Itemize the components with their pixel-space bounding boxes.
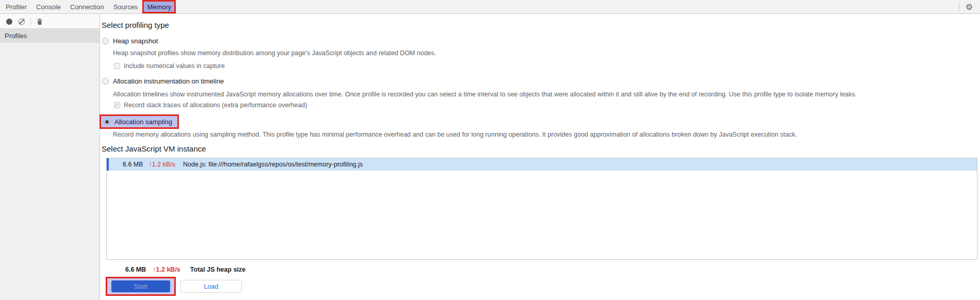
- total-heap-size: 6.6 MB: [125, 266, 146, 273]
- radio-icon: [102, 78, 109, 85]
- checkbox-label: Record stack traces of allocations (extr…: [124, 102, 307, 109]
- tab-memory[interactable]: Memory: [142, 0, 176, 13]
- radio-allocation-timeline[interactable]: Allocation instrumentation on timeline: [102, 77, 224, 85]
- devtools-memory-panel: Profiler Console Connection Sources Memo…: [0, 0, 980, 300]
- checkbox-include-numerical-values[interactable]: Include numerical values in capture: [114, 62, 225, 70]
- settings-button[interactable]: ⚙: [964, 0, 980, 13]
- radio-allocation-sampling-highlighted[interactable]: Allocation sampling: [99, 114, 179, 129]
- tab-bar: Profiler Console Connection Sources Memo…: [0, 0, 980, 14]
- profiles-sidebar: Profiles: [0, 14, 100, 300]
- radio-heap-snapshot[interactable]: Heap snapshot: [102, 37, 158, 45]
- tab-sources[interactable]: Sources: [109, 0, 143, 13]
- tabbar-spacer: [176, 0, 954, 13]
- total-heap-label: Total JS heap size: [190, 266, 245, 273]
- block-icon: [19, 19, 25, 25]
- allocation-sampling-description: Record memory allocations using sampling…: [113, 131, 797, 138]
- tab-profiler[interactable]: Profiler: [1, 0, 31, 13]
- checkbox-checked-icon: ✓: [114, 102, 120, 108]
- tab-console[interactable]: Console: [31, 0, 65, 13]
- trash-icon: [37, 18, 43, 25]
- record-profile-button[interactable]: [3, 15, 15, 28]
- tabbar-divider: [959, 3, 959, 11]
- delete-profile-button[interactable]: [34, 15, 46, 28]
- profiles-toolbar: [0, 14, 99, 29]
- radio-selected-icon: [104, 119, 110, 125]
- allocation-timeline-description: Allocation timelines show instrumented J…: [113, 91, 857, 98]
- start-button[interactable]: Start: [111, 280, 170, 292]
- start-button-annotation: Start: [106, 277, 176, 296]
- clear-all-profiles-button[interactable]: [15, 15, 28, 28]
- vm-heap-size: 6.6 MB: [123, 161, 143, 168]
- checkbox-icon: [114, 63, 120, 69]
- vm-instance-heading: Select JavaScript VM instance: [102, 144, 206, 153]
- vm-instance-name: Node.js: file:///home/rafaelgss/repos/os…: [183, 161, 363, 168]
- heap-total-row: 6.6 MB ↑1.2 kB/s Total JS heap size: [125, 266, 245, 273]
- checkbox-record-stack-traces[interactable]: ✓ Record stack traces of allocations (ex…: [114, 102, 307, 109]
- record-icon: [6, 19, 12, 25]
- radio-label: Allocation instrumentation on timeline: [113, 77, 224, 85]
- checkbox-label: Include numerical values in capture: [124, 62, 225, 70]
- radio-icon: [102, 38, 109, 44]
- total-heap-trend: ↑1.2 kB/s: [153, 266, 180, 273]
- radio-label: Allocation sampling: [114, 118, 172, 126]
- vm-instance-row-selected[interactable]: 6.6 MB ↑1.2 kB/s Node.js: file:///home/r…: [107, 158, 977, 171]
- tab-connection[interactable]: Connection: [65, 0, 109, 13]
- toolbar-divider: [30, 18, 31, 25]
- gear-icon: ⚙: [966, 2, 973, 12]
- load-button[interactable]: Load: [180, 280, 242, 293]
- heap-snapshot-description: Heap snapshot profiles show memory distr…: [113, 49, 436, 57]
- vm-heap-trend: ↑1.2 kB/s: [149, 161, 175, 168]
- radio-dot: [105, 120, 109, 124]
- profiling-type-heading: Select profiling type: [102, 21, 169, 29]
- profiler-launcher-view: Select profiling type Heap snapshot Heap…: [100, 14, 980, 300]
- profiles-section-header: Profiles: [0, 29, 99, 43]
- radio-label: Heap snapshot: [113, 37, 158, 45]
- vm-instance-table: 6.6 MB ↑1.2 kB/s Node.js: file:///home/r…: [106, 158, 977, 260]
